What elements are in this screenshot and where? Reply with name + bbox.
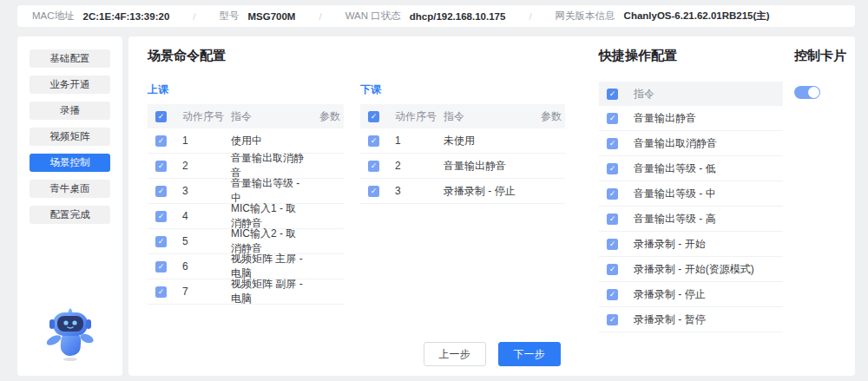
quick-cmd: 音量输出取消静音	[634, 136, 783, 151]
prev-step-button[interactable]: 上一步	[424, 342, 486, 366]
row-checkbox[interactable]: ✓	[607, 239, 618, 250]
control-card-toggle[interactable]	[794, 86, 820, 99]
table-header-row: ✓ 动作序号 指令 参数	[360, 104, 565, 128]
row-checkbox[interactable]: ✓	[368, 135, 379, 147]
robot-mascot-icon	[46, 308, 95, 365]
sidebar-item-service-activation[interactable]: 业务开通	[30, 76, 110, 94]
table-row: ✓ 5 MIC输入2 - 取消静音	[148, 229, 344, 254]
class-end-block: 下课 ✓ 动作序号 指令 参数 ✓ 1 未使用 ✓	[360, 82, 565, 305]
row-checkbox[interactable]: ✓	[607, 289, 618, 300]
table-header-row: ✓ 指令	[599, 82, 783, 106]
mac-value: 2C:1E:4F:13:39:20	[83, 11, 170, 22]
table-row: ✓ 1 使用中	[148, 128, 344, 154]
quick-cmd: 音量输出静音	[634, 111, 783, 126]
firmware-value: ChanlyOS-6.21.62.01RB215(主)	[624, 10, 770, 23]
quick-actions-section: 快捷操作配置 ✓ 指令 ✓ 音量输出静音 ✓ 音量输出取消静音 ✓ 音量输出等级…	[599, 48, 783, 332]
table-row: ✓ 音量输出等级 - 高	[599, 207, 783, 232]
row-checkbox[interactable]: ✓	[607, 213, 618, 225]
table-row: ✓ 音量输出等级 - 低	[599, 156, 783, 181]
action-no: 1	[395, 135, 444, 147]
row-checkbox[interactable]: ✓	[607, 113, 618, 124]
row-checkbox[interactable]: ✓	[155, 286, 167, 298]
quick-cmd: 音量输出等级 - 高	[634, 212, 783, 227]
model-value: MSG700M	[247, 11, 295, 22]
class-start-block: 上课 ✓ 动作序号 指令 参数 ✓ 1 使用中 ✓	[148, 82, 344, 305]
quick-cmd: 录播录制 - 开始(资源模式)	[634, 262, 783, 277]
sidebar-item-basic-config[interactable]: 基础配置	[30, 49, 110, 68]
table-row: ✓ 4 MIC输入1 - 取消静音	[148, 204, 344, 229]
footer-actions: 上一步 下一步	[128, 342, 855, 366]
table-row: ✓ 音量输出等级 - 中	[599, 181, 783, 207]
action-no: 2	[182, 160, 231, 172]
sidebar-item-recording[interactable]: 录播	[30, 102, 110, 120]
action-no: 5	[182, 235, 231, 247]
firmware-label: 网关版本信息	[556, 10, 615, 23]
model-label: 型号	[219, 10, 239, 23]
sidebar-item-video-matrix[interactable]: 视频矩阵	[30, 128, 110, 146]
row-checkbox[interactable]: ✓	[368, 186, 379, 197]
action-cmd: 未使用	[444, 134, 527, 148]
table-row: ✓ 音量输出静音	[599, 106, 783, 131]
select-all-checkbox[interactable]: ✓	[368, 111, 379, 122]
next-step-button[interactable]: 下一步	[498, 342, 561, 366]
class-end-label: 下课	[360, 82, 565, 97]
row-checkbox[interactable]: ✓	[155, 186, 167, 197]
wan-status-label: WAN 口状态	[345, 10, 401, 23]
action-no: 3	[182, 185, 231, 197]
row-checkbox[interactable]: ✓	[607, 163, 618, 174]
class-end-table: ✓ 动作序号 指令 参数 ✓ 1 未使用 ✓ 2 音量输出静音	[360, 104, 565, 204]
row-checkbox[interactable]: ✓	[607, 264, 618, 275]
row-checkbox[interactable]: ✓	[607, 138, 618, 149]
action-no: 2	[395, 160, 444, 172]
sidebar-item-scene-control[interactable]: 场景控制	[30, 154, 110, 172]
action-no: 7	[182, 286, 231, 298]
column-header: 指令	[444, 109, 527, 124]
table-row: ✓ 7 视频矩阵 副屏 - 电脑	[148, 279, 344, 305]
column-header: 动作序号	[395, 109, 444, 124]
quick-cmd: 音量输出等级 - 中	[634, 187, 783, 201]
sidebar-item-qingniu-desktop[interactable]: 青牛桌面	[30, 180, 110, 198]
device-info-bar: MAC地址 2C:1E:4F:13:39:20 / 型号 MSG700M / W…	[17, 5, 855, 27]
separator: /	[529, 11, 531, 22]
control-card-title: 控制卡片	[794, 48, 855, 64]
action-no: 3	[395, 185, 444, 197]
main-card: 场景命令配置 上课 ✓ 动作序号 指令 参数 ✓ 1 使用中	[128, 36, 855, 376]
quick-cmd: 音量输出等级 - 低	[634, 161, 783, 176]
row-checkbox[interactable]: ✓	[155, 236, 167, 247]
column-header: 指令	[634, 87, 783, 102]
action-no: 6	[182, 260, 231, 273]
action-cmd: 使用中	[231, 134, 306, 148]
column-header: 参数	[527, 109, 565, 124]
table-row: ✓ 录播录制 - 暂停	[599, 307, 783, 332]
wan-status-value: dhcp/192.168.10.175	[410, 11, 506, 22]
action-no: 4	[182, 210, 231, 222]
sidebar: 基础配置 业务开通 录播 视频矩阵 场景控制 青牛桌面 配置完成	[17, 36, 122, 376]
action-no: 1	[182, 135, 231, 147]
table-row: ✓ 音量输出取消静音	[599, 131, 783, 156]
table-row: ✓ 录播录制 - 开始	[599, 232, 783, 257]
row-checkbox[interactable]: ✓	[607, 314, 618, 325]
row-checkbox[interactable]: ✓	[155, 261, 167, 273]
row-checkbox[interactable]: ✓	[155, 161, 167, 172]
action-cmd: 音量输出静音	[444, 159, 527, 174]
quick-cmd: 录播录制 - 停止	[634, 287, 783, 302]
select-all-checkbox[interactable]: ✓	[155, 111, 167, 122]
sidebar-item-config-complete[interactable]: 配置完成	[30, 206, 110, 224]
row-checkbox[interactable]: ✓	[155, 135, 167, 147]
action-cmd: 视频矩阵 副屏 - 电脑	[231, 277, 306, 306]
table-row: ✓ 3 音量输出等级 - 中	[148, 179, 344, 204]
quick-actions-title: 快捷操作配置	[599, 48, 783, 64]
column-header: 指令	[231, 109, 306, 124]
class-start-table: ✓ 动作序号 指令 参数 ✓ 1 使用中 ✓ 2 音量输出取消静音	[148, 104, 344, 305]
column-header: 参数	[306, 109, 344, 124]
row-checkbox[interactable]: ✓	[607, 188, 618, 200]
table-row: ✓ 3 录播录制 - 停止	[360, 179, 565, 204]
row-checkbox[interactable]: ✓	[368, 161, 379, 172]
row-checkbox[interactable]: ✓	[155, 211, 167, 222]
quick-actions-table: ✓ 指令 ✓ 音量输出静音 ✓ 音量输出取消静音 ✓ 音量输出等级 - 低 ✓ …	[599, 82, 783, 332]
table-header-row: ✓ 动作序号 指令 参数	[148, 104, 344, 128]
table-row: ✓ 1 未使用	[360, 128, 565, 154]
class-start-label: 上课	[148, 82, 344, 97]
select-all-checkbox[interactable]: ✓	[607, 89, 618, 100]
mac-label: MAC地址	[32, 10, 75, 23]
